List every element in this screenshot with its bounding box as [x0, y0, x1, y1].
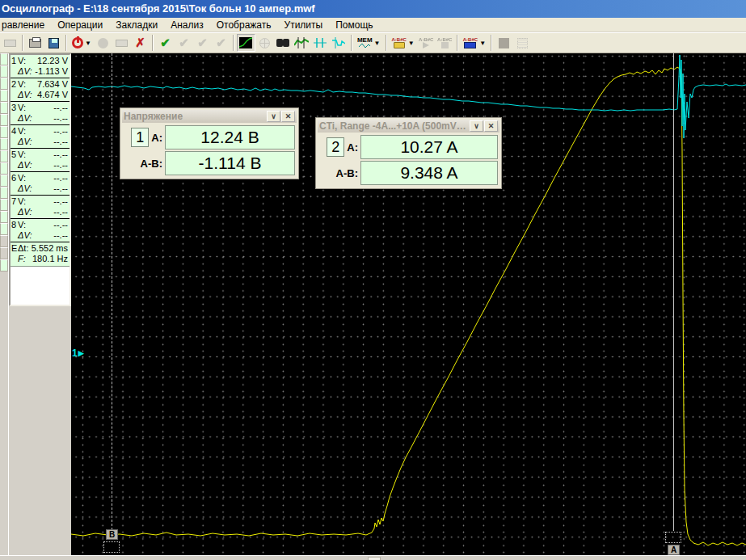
globe-icon: [259, 38, 270, 48]
paste-waveform-icon[interactable]: [112, 34, 131, 52]
strip-cell[interactable]: [0, 175, 8, 187]
save-waveform-icon[interactable]: [44, 34, 63, 52]
window-title: Осциллограф - E:\18 сентября 2015\Ток бо…: [2, 2, 315, 15]
strip-cell[interactable]: [0, 162, 8, 175]
folder-gray-icon: [4, 40, 16, 47]
meter-close-button[interactable]: ✕: [281, 111, 295, 122]
menu-control[interactable]: равление: [0, 18, 51, 32]
menu-display[interactable]: Отображать: [210, 18, 278, 32]
marker-cyan-wave-icon[interactable]: [330, 34, 348, 52]
meter-dropdown-button[interactable]: ∨: [470, 120, 483, 132]
accept-back-icon[interactable]: ✔: [193, 34, 212, 52]
abc-folder-icon[interactable]: A:B#C ▼: [390, 34, 417, 52]
green-markers-icon: [294, 37, 309, 48]
strip-cell[interactable]: [0, 90, 8, 102]
strip-cell[interactable]: [0, 114, 8, 126]
channel-readout-2: 2V:7.634 V ΔV:4.674 V: [11, 78, 70, 102]
toolbar-separator: [386, 35, 387, 51]
strip-cell[interactable]: [0, 78, 8, 90]
title-bar[interactable]: Осциллограф - E:\18 сентября 2015\Ток бо…: [0, 0, 746, 18]
strip-cell[interactable]: [0, 223, 8, 235]
current-meter-window[interactable]: CTi, Range -4A...+10A (500mV/A) ∨ ✕ 2 А:…: [315, 117, 502, 189]
strip-cell[interactable]: [0, 126, 8, 138]
current-meter-titlebar[interactable]: CTi, Range -4A...+10A (500mV/A) ∨ ✕: [318, 120, 499, 133]
toolbar: ▼ ✗ ✔ ✔ ✔ ✔ MEM ▼: [0, 32, 746, 53]
toolbar-separator: [233, 35, 234, 51]
open-waveform-icon[interactable]: [1, 34, 19, 52]
voltage-a-value: 12.24 В: [165, 125, 295, 149]
menu-operations[interactable]: Операции: [51, 18, 109, 32]
channel-1-level-marker[interactable]: 1▶: [72, 347, 84, 359]
voltage-meter-title: Напряжение: [124, 111, 266, 122]
marker-green-wave-icon[interactable]: [293, 34, 311, 52]
strip-cell[interactable]: [0, 150, 8, 162]
scrollbar-thumb[interactable]: [368, 557, 381, 560]
solid-square-icon[interactable]: [495, 34, 513, 52]
strip-cell[interactable]: [0, 259, 8, 272]
cursor-b-line[interactable]: [112, 53, 112, 530]
chevron-down-icon: ▼: [408, 40, 415, 47]
gray-check-icon: ✔: [216, 37, 226, 48]
current-a-value: 10.27 A: [360, 135, 498, 159]
abc-play-gray-icon: A:B#C: [419, 37, 433, 48]
cursor-b-dotted-box: [103, 541, 120, 553]
power-start-icon[interactable]: ▼: [70, 34, 94, 52]
cursor-a-line[interactable]: [673, 53, 674, 531]
mem-icon: MEM: [357, 37, 373, 48]
channel-readouts: 1V:12.23 V ΔV:-1.113 V 2V:7.634 V ΔV:4.6…: [11, 55, 70, 267]
accept-forward-icon[interactable]: ✔: [175, 34, 193, 52]
cursor-b-handle[interactable]: B: [106, 529, 118, 540]
disk-icon: [48, 38, 59, 48]
waveform-view-icon[interactable]: [237, 34, 255, 52]
search-binoculars-icon[interactable]: [274, 34, 293, 52]
menu-analysis[interactable]: Анализ: [164, 18, 210, 32]
gray-check-icon: ✔: [197, 37, 208, 48]
status-bar: [0, 555, 746, 560]
dotted-grid-icon[interactable]: [513, 34, 532, 52]
voltage-meter-body: 1 А: 12.24 В А-В: -1.114 В: [122, 123, 297, 177]
channel-readout-7: 7V:--.-- ΔV:--.--: [11, 196, 70, 219]
strip-cell[interactable]: [0, 102, 8, 114]
strip-cell[interactable]: [0, 53, 8, 65]
toolbar-separator: [22, 35, 23, 51]
current-meter-title: CTi, Range -4A...+10A (500mV/A): [319, 120, 469, 132]
menu-bookmarks[interactable]: Закладки: [109, 18, 164, 32]
cyan-wave-icon: [332, 37, 345, 48]
record-icon[interactable]: [94, 34, 112, 52]
voltage-meter-titlebar[interactable]: Напряжение ∨ ✕: [122, 110, 297, 123]
print-icon[interactable]: [26, 34, 44, 52]
current-meter-body: 2 А: 10.27 A А-В: 9.348 A: [318, 133, 499, 187]
accept-skip-icon[interactable]: ✔: [212, 34, 230, 52]
menu-help[interactable]: Помощь: [329, 18, 379, 32]
meter-dropdown-button[interactable]: ∨: [267, 111, 280, 122]
gray-square-icon: [499, 38, 509, 48]
channel-strip: [0, 53, 9, 555]
abc-panel-icon[interactable]: A:B#C ▼: [461, 34, 488, 52]
abc-play-icon[interactable]: A:B#C: [417, 34, 436, 52]
meter-close-button[interactable]: ✕: [484, 120, 498, 132]
markers-cyan-icon[interactable]: [311, 34, 330, 52]
strip-cell[interactable]: [0, 187, 8, 199]
abc-panel-blue-icon: A:B#C: [463, 37, 478, 48]
strip-cell[interactable]: [0, 211, 8, 223]
delete-waveform-icon[interactable]: ✗: [131, 34, 150, 52]
green-check-icon: ✔: [160, 37, 171, 48]
strip-cell[interactable]: [0, 65, 8, 78]
voltage-meter-window[interactable]: Напряжение ∨ ✕ 1 А: 12.24 В А-В: -1.114 …: [120, 107, 299, 179]
abc-stop-icon[interactable]: A:B#C: [436, 34, 454, 52]
strip-cell[interactable]: [0, 247, 8, 259]
mem-memory-icon[interactable]: MEM ▼: [355, 34, 383, 52]
red-x-icon: ✗: [135, 37, 145, 48]
cursor-a-handle[interactable]: A: [668, 545, 680, 555]
strip-cell[interactable]: [0, 199, 8, 211]
channel-readout-6: 6V:--.-- ΔV:--.--: [11, 172, 70, 196]
menu-utilities[interactable]: Утилиты: [278, 18, 330, 32]
web-icon[interactable]: [255, 34, 274, 52]
accept-icon[interactable]: ✔: [156, 34, 175, 52]
channel-readout-5: 5V:--.-- ΔV:--.--: [11, 149, 70, 172]
chevron-down-icon: ▼: [479, 40, 486, 47]
channel-readout-3: 3V:--.-- ΔV:--.--: [11, 102, 70, 125]
strip-cell[interactable]: [0, 235, 8, 247]
voltage-ab-value: -1.114 В: [165, 151, 295, 175]
strip-cell[interactable]: [0, 138, 8, 150]
